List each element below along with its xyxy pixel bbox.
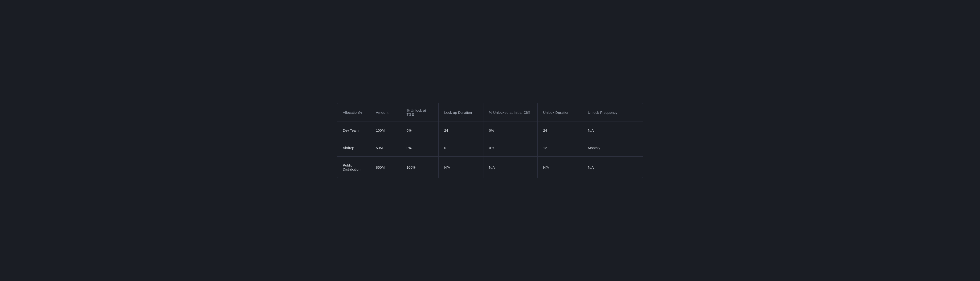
- cell-tge: 100%: [401, 157, 438, 178]
- cell-cliff: 0%: [483, 122, 537, 139]
- cell-cliff: 0%: [483, 139, 537, 157]
- cell-frequency: Monthly: [582, 139, 643, 157]
- cell-allocation: Public Distribution: [337, 157, 370, 178]
- cell-allocation: Airdrop: [337, 139, 370, 157]
- cell-lockup: 0: [438, 139, 483, 157]
- cell-cliff: N/A: [483, 157, 537, 178]
- cell-unlock-duration: 24: [537, 122, 582, 139]
- token-allocation-table: Allocation% Amount % Unlock at TGE Lock …: [337, 103, 643, 178]
- cell-amount: 50M: [370, 139, 401, 157]
- cell-lockup: 24: [438, 122, 483, 139]
- cell-amount: 850M: [370, 157, 401, 178]
- cell-tge: 0%: [401, 122, 438, 139]
- table-row: Dev Team 100M 0% 24 0% 24 N/A: [337, 122, 643, 139]
- header-amount: Amount: [370, 103, 401, 122]
- cell-unlock-duration: 12: [537, 139, 582, 157]
- cell-tge: 0%: [401, 139, 438, 157]
- cell-lockup: N/A: [438, 157, 483, 178]
- table-row: Airdrop 50M 0% 0 0% 12 Monthly: [337, 139, 643, 157]
- header-cliff: % Unlocked at Initial Cliff: [483, 103, 537, 122]
- header-unlock-duration: Unlock Duration: [537, 103, 582, 122]
- header-allocation: Allocation%: [337, 103, 370, 122]
- header-tge: % Unlock at TGE: [401, 103, 438, 122]
- header-frequency: Unlock Frequency: [582, 103, 643, 122]
- cell-allocation: Dev Team: [337, 122, 370, 139]
- cell-frequency: N/A: [582, 122, 643, 139]
- table-row: Public Distribution 850M 100% N/A N/A N/…: [337, 157, 643, 178]
- cell-amount: 100M: [370, 122, 401, 139]
- cell-frequency: N/A: [582, 157, 643, 178]
- header-lockup: Lock up Duration: [438, 103, 483, 122]
- cell-unlock-duration: N/A: [537, 157, 582, 178]
